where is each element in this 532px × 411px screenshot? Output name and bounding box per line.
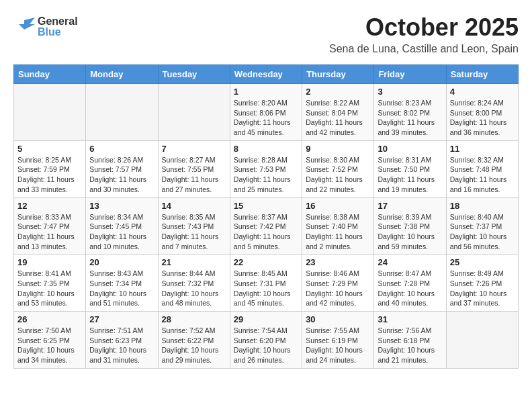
day-number: 23 <box>306 257 370 267</box>
calendar-cell: 24Sunrise: 8:47 AMSunset: 7:28 PMDayligh… <box>374 255 446 312</box>
location-subtitle: Sena de Luna, Castille and Leon, Spain <box>13 43 519 55</box>
calendar-cell: 27Sunrise: 7:51 AMSunset: 6:23 PMDayligh… <box>86 312 158 369</box>
calendar-cell: 10Sunrise: 8:31 AMSunset: 7:50 PMDayligh… <box>374 140 446 197</box>
day-info: Sunrise: 8:35 AMSunset: 7:43 PMDaylight:… <box>162 212 226 252</box>
day-info: Sunrise: 8:45 AMSunset: 7:31 PMDaylight:… <box>234 269 298 308</box>
day-info: Sunrise: 8:20 AMSunset: 8:06 PMDaylight:… <box>234 98 298 138</box>
weekday-header-thursday: Thursday <box>302 65 374 84</box>
day-number: 11 <box>450 144 515 154</box>
calendar-cell: 2Sunrise: 8:22 AMSunset: 8:04 PMDaylight… <box>302 84 374 141</box>
day-number: 12 <box>17 201 82 211</box>
calendar-cell: 23Sunrise: 8:46 AMSunset: 7:29 PMDayligh… <box>302 255 374 312</box>
calendar-cell: 19Sunrise: 8:41 AMSunset: 7:35 PMDayligh… <box>14 255 86 312</box>
logo-blue: Blue <box>38 27 78 38</box>
day-number: 9 <box>306 144 370 154</box>
day-number: 14 <box>162 201 226 211</box>
day-info: Sunrise: 7:51 AMSunset: 6:23 PMDaylight:… <box>89 326 154 365</box>
day-number: 6 <box>89 144 154 154</box>
logo-bird-icon <box>13 17 35 36</box>
day-number: 29 <box>234 314 298 324</box>
day-info: Sunrise: 8:44 AMSunset: 7:32 PMDaylight:… <box>162 269 226 308</box>
day-number: 1 <box>234 87 298 97</box>
day-number: 10 <box>378 144 442 154</box>
day-info: Sunrise: 8:40 AMSunset: 7:37 PMDaylight:… <box>450 212 515 252</box>
calendar-table: SundayMondayTuesdayWednesdayThursdayFrid… <box>13 64 519 369</box>
calendar-cell <box>86 84 158 141</box>
calendar-cell: 3Sunrise: 8:23 AMSunset: 8:02 PMDaylight… <box>374 84 446 141</box>
calendar-cell: 12Sunrise: 8:33 AMSunset: 7:47 PMDayligh… <box>14 197 86 255</box>
day-number: 30 <box>306 314 370 324</box>
day-number: 20 <box>89 257 154 267</box>
calendar-cell <box>14 84 86 141</box>
calendar-cell: 17Sunrise: 8:39 AMSunset: 7:38 PMDayligh… <box>374 197 446 255</box>
day-number: 8 <box>234 144 298 154</box>
weekday-header-sunday: Sunday <box>14 65 86 84</box>
day-info: Sunrise: 8:38 AMSunset: 7:40 PMDaylight:… <box>306 212 370 252</box>
day-info: Sunrise: 8:49 AMSunset: 7:26 PMDaylight:… <box>450 269 515 308</box>
day-info: Sunrise: 7:55 AMSunset: 6:19 PMDaylight:… <box>306 326 370 365</box>
day-number: 2 <box>306 87 370 97</box>
day-number: 4 <box>450 87 515 97</box>
day-number: 13 <box>89 201 154 211</box>
calendar-cell: 1Sunrise: 8:20 AMSunset: 8:06 PMDaylight… <box>230 84 302 141</box>
calendar-cell: 21Sunrise: 8:44 AMSunset: 7:32 PMDayligh… <box>158 255 230 312</box>
day-number: 5 <box>17 144 82 154</box>
calendar-cell: 15Sunrise: 8:37 AMSunset: 7:42 PMDayligh… <box>230 197 302 255</box>
day-info: Sunrise: 8:30 AMSunset: 7:52 PMDaylight:… <box>306 155 370 195</box>
calendar-cell: 16Sunrise: 8:38 AMSunset: 7:40 PMDayligh… <box>302 197 374 255</box>
calendar-cell: 8Sunrise: 8:28 AMSunset: 7:53 PMDaylight… <box>230 140 302 197</box>
day-info: Sunrise: 8:25 AMSunset: 7:59 PMDaylight:… <box>17 155 82 195</box>
calendar-cell: 14Sunrise: 8:35 AMSunset: 7:43 PMDayligh… <box>158 197 230 255</box>
day-number: 27 <box>89 314 154 324</box>
day-info: Sunrise: 8:24 AMSunset: 8:00 PMDaylight:… <box>450 98 515 138</box>
calendar-cell: 5Sunrise: 8:25 AMSunset: 7:59 PMDaylight… <box>14 140 86 197</box>
calendar-cell: 6Sunrise: 8:26 AMSunset: 7:57 PMDaylight… <box>86 140 158 197</box>
day-info: Sunrise: 8:34 AMSunset: 7:45 PMDaylight:… <box>89 212 154 252</box>
calendar-week-row: 1Sunrise: 8:20 AMSunset: 8:06 PMDaylight… <box>14 84 519 141</box>
day-info: Sunrise: 8:39 AMSunset: 7:38 PMDaylight:… <box>378 212 442 252</box>
day-number: 7 <box>162 144 226 154</box>
calendar-cell: 9Sunrise: 8:30 AMSunset: 7:52 PMDaylight… <box>302 140 374 197</box>
calendar-week-row: 12Sunrise: 8:33 AMSunset: 7:47 PMDayligh… <box>14 197 519 255</box>
day-info: Sunrise: 7:56 AMSunset: 6:18 PMDaylight:… <box>378 326 442 365</box>
day-info: Sunrise: 7:50 AMSunset: 6:25 PMDaylight:… <box>17 326 82 365</box>
header-info: October 2025 Sena de Luna, Castille and … <box>13 13 519 55</box>
day-info: Sunrise: 8:33 AMSunset: 7:47 PMDaylight:… <box>17 212 82 252</box>
day-number: 31 <box>378 314 442 324</box>
calendar-cell: 11Sunrise: 8:32 AMSunset: 7:48 PMDayligh… <box>446 140 518 197</box>
weekday-header-tuesday: Tuesday <box>158 65 230 84</box>
calendar-cell <box>446 312 518 369</box>
day-info: Sunrise: 8:31 AMSunset: 7:50 PMDaylight:… <box>378 155 442 195</box>
day-number: 19 <box>17 257 82 267</box>
day-info: Sunrise: 8:26 AMSunset: 7:57 PMDaylight:… <box>89 155 154 195</box>
weekday-header-friday: Friday <box>374 65 446 84</box>
day-info: Sunrise: 8:22 AMSunset: 8:04 PMDaylight:… <box>306 98 370 138</box>
day-info: Sunrise: 8:43 AMSunset: 7:34 PMDaylight:… <box>89 269 154 308</box>
day-info: Sunrise: 8:41 AMSunset: 7:35 PMDaylight:… <box>17 269 82 308</box>
day-number: 28 <box>162 314 226 324</box>
month-year-title: October 2025 <box>13 13 519 42</box>
calendar-cell: 25Sunrise: 8:49 AMSunset: 7:26 PMDayligh… <box>446 255 518 312</box>
calendar-cell: 26Sunrise: 7:50 AMSunset: 6:25 PMDayligh… <box>14 312 86 369</box>
weekday-header-saturday: Saturday <box>446 65 518 84</box>
day-number: 21 <box>162 257 226 267</box>
day-info: Sunrise: 8:27 AMSunset: 7:55 PMDaylight:… <box>162 155 226 195</box>
day-info: Sunrise: 7:52 AMSunset: 6:22 PMDaylight:… <box>162 326 226 365</box>
calendar-cell: 13Sunrise: 8:34 AMSunset: 7:45 PMDayligh… <box>86 197 158 255</box>
calendar-cell: 7Sunrise: 8:27 AMSunset: 7:55 PMDaylight… <box>158 140 230 197</box>
day-number: 3 <box>378 87 442 97</box>
day-number: 18 <box>450 201 515 211</box>
calendar-cell: 30Sunrise: 7:55 AMSunset: 6:19 PMDayligh… <box>302 312 374 369</box>
weekday-header-wednesday: Wednesday <box>230 65 302 84</box>
logo-general: General <box>38 16 78 27</box>
day-info: Sunrise: 8:47 AMSunset: 7:28 PMDaylight:… <box>378 269 442 308</box>
day-number: 17 <box>378 201 442 211</box>
logo: General Blue <box>13 16 78 38</box>
day-number: 15 <box>234 201 298 211</box>
day-number: 26 <box>17 314 82 324</box>
day-number: 24 <box>378 257 442 267</box>
weekday-header-monday: Monday <box>86 65 158 84</box>
calendar-header-row: SundayMondayTuesdayWednesdayThursdayFrid… <box>14 65 519 84</box>
calendar-cell: 18Sunrise: 8:40 AMSunset: 7:37 PMDayligh… <box>446 197 518 255</box>
calendar-cell: 29Sunrise: 7:54 AMSunset: 6:20 PMDayligh… <box>230 312 302 369</box>
